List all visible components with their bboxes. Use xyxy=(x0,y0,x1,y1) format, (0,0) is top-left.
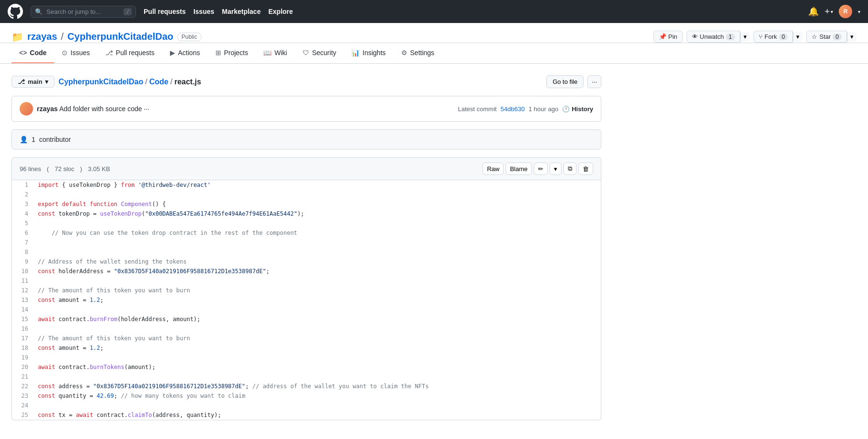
repo-header: 📁 rzayas / CypherpunkCitadelDao Public 📌… xyxy=(0,23,868,43)
line-code: // Address of the wallet sending the tok… xyxy=(36,257,601,266)
line-code: const amount = 1.2; xyxy=(36,295,601,305)
breadcrumb-repo-link[interactable]: CypherpunkCitadelDao xyxy=(58,78,143,86)
repo-name-link[interactable]: CypherpunkCitadelDao xyxy=(68,31,173,42)
search-placeholder: Search or jump to... xyxy=(46,8,120,15)
line-number: 10 xyxy=(12,266,36,276)
table-row: 12// The amount of this token you want t… xyxy=(12,286,601,295)
line-code xyxy=(36,238,601,247)
commit-author-avatar xyxy=(20,102,33,116)
line-code xyxy=(36,353,601,362)
commit-message-text: Add folder with source code xyxy=(59,105,142,113)
table-row: 3export default function Component() { xyxy=(12,199,601,209)
breadcrumb-current: react.js xyxy=(174,78,201,86)
tab-insights[interactable]: 📊 Insights xyxy=(344,43,393,63)
more-options-button[interactable]: ··· xyxy=(587,75,601,88)
file-sloc-val: 72 sloc xyxy=(55,165,74,173)
commit-hash-link[interactable]: 54db630 xyxy=(500,105,525,113)
fork-icon: ⑂ xyxy=(759,33,763,40)
repo-icon: 📁 xyxy=(11,31,23,43)
commit-author[interactable]: rzayas xyxy=(37,105,58,113)
branch-chevron-icon: ▾ xyxy=(45,78,48,85)
watch-dropdown-button[interactable]: ▾ xyxy=(740,32,750,42)
watch-button[interactable]: 👁 Unwatch 1 xyxy=(687,31,740,43)
table-row: 1import { useTokenDrop } from '@thirdweb… xyxy=(12,180,601,190)
wiki-icon: 📖 xyxy=(263,49,271,57)
commit-meta: Latest commit 54db630 1 hour ago 🕐 Histo… xyxy=(458,105,593,113)
table-row: 10const holderAddress = "0x8367D5F140a02… xyxy=(12,266,601,276)
branch-selector[interactable]: ⎇ main ▾ xyxy=(11,76,55,88)
file-size: 3.05 KB xyxy=(88,165,110,173)
repo-title: 📁 rzayas / CypherpunkCitadelDao Public xyxy=(11,31,202,43)
copy-button[interactable]: ⧉ xyxy=(564,162,576,175)
tab-issues[interactable]: ⊙ Issues xyxy=(54,43,97,63)
commit-label: Latest commit xyxy=(458,105,496,113)
tab-security[interactable]: 🛡 Security xyxy=(295,43,344,63)
settings-icon: ⚙ xyxy=(401,49,407,57)
table-row: 23const quantity = 42.69; // how many to… xyxy=(12,391,601,401)
line-code xyxy=(36,324,601,334)
star-dropdown-button[interactable]: ▾ xyxy=(847,32,857,42)
fork-button[interactable]: ⑂ Fork 0 xyxy=(754,31,793,43)
fork-dropdown-button[interactable]: ▾ xyxy=(793,32,802,42)
file-actions: Raw Blame ✏ ▾ ⧉ 🗑 xyxy=(483,162,593,175)
branch-icon: ⎇ xyxy=(18,78,25,85)
tab-wiki[interactable]: 📖 Wiki xyxy=(256,43,294,63)
line-code: // The amount of this token you want to … xyxy=(36,334,601,343)
commit-message-dots: ··· xyxy=(144,105,149,113)
file-navigation: ⎇ main ▾ CypherpunkCitadelDao / Code / r… xyxy=(11,75,601,88)
repo-owner-link[interactable]: rzayas xyxy=(27,31,57,42)
table-row: 6 // Now you can use the token drop cont… xyxy=(12,228,601,238)
create-plus-icon[interactable]: +▾ xyxy=(824,7,833,17)
line-number: 24 xyxy=(12,401,36,410)
line-number: 17 xyxy=(12,334,36,343)
nav-marketplace[interactable]: Marketplace xyxy=(222,8,261,15)
tab-projects[interactable]: ⊞ Projects xyxy=(208,43,256,63)
edit-dropdown-button[interactable]: ▾ xyxy=(550,162,562,175)
pin-icon: 📌 xyxy=(659,33,666,40)
table-row: 7 xyxy=(12,238,601,247)
raw-button[interactable]: Raw xyxy=(483,162,504,175)
user-avatar[interactable]: R xyxy=(839,5,852,18)
tab-code[interactable]: <> Code xyxy=(11,43,54,63)
issues-icon: ⊙ xyxy=(62,49,68,57)
github-logo[interactable] xyxy=(8,4,23,19)
search-box[interactable]: 🔍 Search or jump to... / xyxy=(31,6,136,18)
pin-button[interactable]: 📌 Pin xyxy=(654,31,683,43)
star-button[interactable]: ☆ Star 0 xyxy=(806,31,847,43)
line-number: 21 xyxy=(12,372,36,381)
search-icon: 🔍 xyxy=(35,8,43,15)
tab-actions[interactable]: ▶ Actions xyxy=(162,43,208,63)
tab-pull-requests[interactable]: ⎇ Pull requests xyxy=(98,43,162,63)
go-to-file-button[interactable]: Go to file xyxy=(546,75,584,88)
delete-button[interactable]: 🗑 xyxy=(578,162,593,175)
actions-icon: ▶ xyxy=(170,49,175,57)
nav-issues[interactable]: Issues xyxy=(193,8,214,15)
table-row: 16 xyxy=(12,324,601,334)
table-row: 25const tx = await contract.claimTo(addr… xyxy=(12,410,601,420)
avatar-chevron-icon[interactable]: ▾ xyxy=(858,9,860,14)
tab-settings[interactable]: ⚙ Settings xyxy=(394,43,442,63)
commit-info: rzayas Add folder with source code ··· xyxy=(37,105,458,113)
notifications-bell-icon[interactable]: 🔔 xyxy=(808,6,819,17)
blame-button[interactable]: Blame xyxy=(506,162,532,175)
line-number: 2 xyxy=(12,190,36,199)
contributors-icon: 👤 xyxy=(20,136,28,143)
line-number: 25 xyxy=(12,410,36,420)
history-link[interactable]: 🕐 History xyxy=(562,105,593,113)
table-row: 13const amount = 1.2; xyxy=(12,295,601,305)
file-stats: 96 lines ( 72 sloc ) 3.05 KB xyxy=(20,165,110,173)
insights-icon: 📊 xyxy=(351,49,360,57)
edit-button[interactable]: ✏ xyxy=(534,162,548,175)
table-row: 19 xyxy=(12,353,601,362)
breadcrumb-code-link[interactable]: Code xyxy=(149,78,169,86)
line-code: await contract.burnTokens(amount); xyxy=(36,362,601,372)
line-code: const tokenDrop = useTokenDrop("0x00DABE… xyxy=(36,209,601,219)
table-row: 14 xyxy=(12,305,601,314)
nav-explore[interactable]: Explore xyxy=(268,8,293,15)
line-code: // Now you can use the token drop contra… xyxy=(36,228,601,238)
code-table: 1import { useTokenDrop } from '@thirdweb… xyxy=(12,180,601,420)
nav-pull-requests[interactable]: Pull requests xyxy=(144,8,186,15)
code-icon: <> xyxy=(19,49,27,57)
line-code xyxy=(36,247,601,257)
repo-actions: 📌 Pin 👁 Unwatch 1 ▾ ⑂ Fork 0 ▾ ☆ Star 0 xyxy=(654,31,857,43)
